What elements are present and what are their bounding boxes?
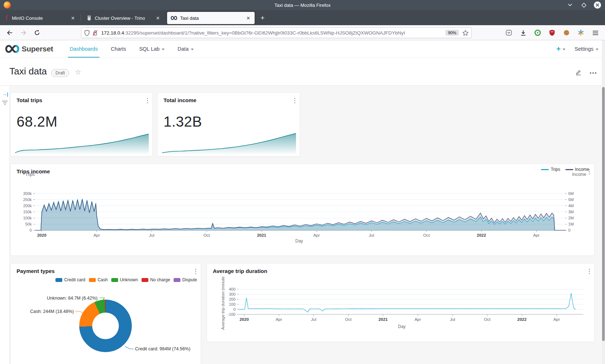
chart-title: Total income [163,97,196,103]
superset-infinity-icon [5,44,19,54]
tab-close-icon[interactable]: ✕ [246,15,251,21]
window-title: Taxi data — Mozilla Firefox [0,3,605,8]
browser-toolbar: 172.18.0.4:32295/superset/dashboard/1/?n… [0,25,605,40]
svg-text:Apr: Apr [554,317,560,322]
tab-close-icon[interactable]: ✕ [155,15,161,21]
tab-title: MinIO Console [12,15,67,21]
tab-taxi-data[interactable]: Taxi data ✕ [167,12,255,24]
legend-item[interactable]: Cash [89,277,108,282]
url-bar[interactable]: 172.18.0.4:32295/superset/dashboard/1/?n… [81,27,472,38]
tab-trino[interactable]: Cluster Overview - Trino ✕ [83,12,164,24]
status-badge: Draft [51,69,69,77]
page-scrollbar[interactable] [602,40,605,364]
tab-minio-console[interactable]: MinIO Console ✕ [2,12,79,24]
bookmark-star-icon[interactable] [462,30,469,36]
tab-title: Taxi data [180,15,243,21]
legend-item[interactable]: Dispute [174,277,197,282]
svg-text:1M: 1M [568,222,574,226]
insecure-lock-icon[interactable] [93,30,98,36]
chart-kebab-menu-icon[interactable] [147,98,148,103]
nav-charts[interactable]: Charts [104,40,133,58]
url-text[interactable]: 172.18.0.4:32295/superset/dashboard/1/?n… [101,30,445,36]
extension-green-icon[interactable] [533,28,542,37]
legend-item[interactable]: Credit card [55,277,85,282]
edit-pencil-icon[interactable] [575,69,582,77]
cookie-icon[interactable] [562,28,571,37]
svg-text:5M: 5M [568,197,574,202]
payment-types-donut [79,300,132,352]
svg-text:200: 200 [229,297,236,301]
svg-text:0: 0 [30,228,32,232]
nav-sql-lab[interactable]: SQL Lab [133,40,171,58]
downloads-icon[interactable] [519,28,528,37]
dashboard-title-row: Taxi data Draft ☆ [0,58,605,86]
svg-text:400: 400 [229,287,236,291]
window-close-icon[interactable] [593,1,601,9]
svg-text:Jul: Jul [149,233,154,237]
tab-close-icon[interactable]: ✕ [70,15,76,21]
hamburger-menu-icon[interactable] [591,28,600,37]
svg-text:Apr: Apr [313,233,320,237]
svg-text:Jul: Jul [369,233,374,237]
total-trips-card: Total trips 68.2M [10,92,153,156]
nav-data[interactable]: Data [171,40,200,58]
expand-filter-bar-icon[interactable]: →| [2,91,8,97]
chart-kebab-menu-icon[interactable] [195,269,196,274]
donut-label-unknown: Unknown: 84.7M (6.42%) [47,296,98,301]
brand-name: Superset [22,45,53,53]
pocket-icon[interactable] [504,28,514,37]
window-maximize-icon[interactable] [580,1,588,9]
svg-text:100: 100 [229,302,236,306]
extension-pinwheel-icon[interactable] [576,28,586,37]
total-income-card: Total income 1.32B [157,92,300,156]
settings-menu[interactable]: Settings [575,46,599,52]
svg-text:Apr: Apr [533,233,540,237]
scrollbar-thumb[interactable] [602,87,605,341]
svg-text:Oct: Oct [423,233,430,237]
legend-item[interactable]: Unknown [111,277,138,282]
legend-item[interactable]: No charge [142,277,170,282]
reload-button[interactable] [32,27,42,38]
forward-button[interactable] [18,27,29,38]
svg-text:100k: 100k [23,216,32,220]
svg-text:Jul: Jul [450,317,455,322]
svg-text:Oct: Oct [345,317,352,322]
page-zoom-badge[interactable]: 90% [445,30,459,36]
firefox-window: Taxi data — Mozilla Firefox MinIO Consol… [0,0,605,364]
new-item-button[interactable]: + [556,45,565,53]
favorite-star-icon[interactable]: ☆ [75,68,81,76]
chart-title: Total trips [17,97,42,103]
url-path: :32295/superset/dashboard/1/?native_filt… [124,30,405,36]
donut-label-cash: Cash: 244M (18.48%) [30,309,74,314]
total-trips-sparkline [15,132,149,154]
ublock-shield-icon[interactable] [547,28,557,37]
x-axis-title: Day [295,238,303,244]
more-actions-icon[interactable] [590,72,596,74]
avg-trip-duration-panel: Average trip duration Average trip durat… [207,263,595,342]
superset-logo[interactable]: Superset [5,44,53,54]
filter-icon[interactable] [2,101,8,105]
chevron-down-icon [563,49,565,50]
svg-text:4M: 4M [568,204,574,208]
nav-dashboards[interactable]: Dashboards [63,40,104,58]
svg-text:2021: 2021 [257,233,266,237]
new-tab-button[interactable]: + [257,13,268,23]
superset-header: Superset Dashboards Charts SQL Lab Data … [0,40,605,58]
total-income-sparkline [162,132,296,154]
donut-label-credit-card: Credit card: 984M (74.56%) [135,346,191,351]
svg-text:Oct: Oct [484,317,491,322]
back-button[interactable] [4,27,15,38]
trino-favicon [86,15,92,21]
x-axis-title: Day [398,324,405,329]
chart-kebab-menu-icon[interactable] [294,98,295,103]
window-minimize-icon[interactable] [566,1,574,9]
svg-text:300k: 300k [23,191,32,196]
svg-text:Apr: Apr [414,317,421,322]
tracking-shield-icon[interactable] [84,30,90,36]
chart-title: Payment types [17,268,55,274]
svg-text:-100: -100 [228,312,236,317]
trips-income-chart: 0050k1M100k2M150k3M200k4M250k5M300k6M202… [11,164,595,240]
svg-text:2022: 2022 [517,317,527,322]
svg-text:200k: 200k [23,204,32,208]
svg-text:6M: 6M [568,191,574,196]
